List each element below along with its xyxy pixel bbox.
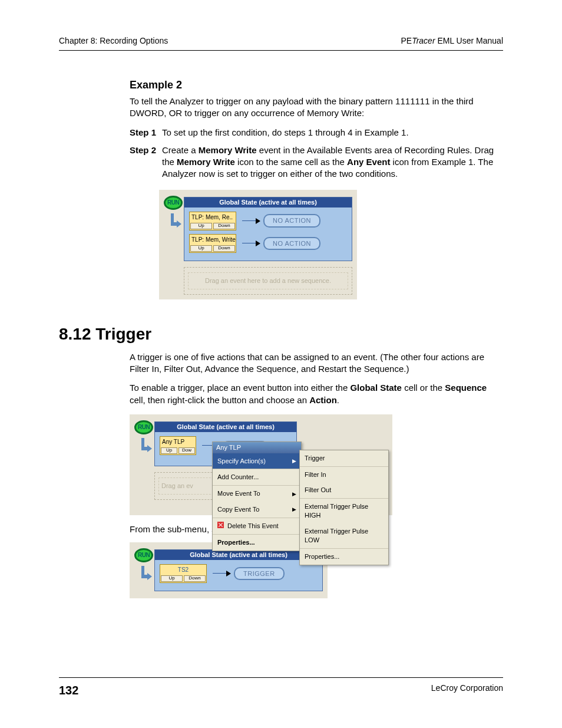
enter-arrow-icon	[141, 438, 152, 456]
step-2: Step 2 Create a Memory Write event in th…	[130, 144, 503, 180]
event-tile[interactable]: Any TLP Up Dow	[160, 436, 196, 455]
footer-corp: LeCroy Corporation	[431, 683, 503, 699]
section-p1: A trigger is one of five actions that ca…	[130, 351, 503, 375]
menu-item-properties[interactable]: Properties...	[213, 535, 301, 551]
menu-item-move-event[interactable]: Move Event To▶	[213, 486, 301, 502]
actions-submenu: Trigger Filter In Filter Out External Tr…	[299, 450, 389, 565]
connector-arrow-icon	[242, 243, 260, 243]
menu-item-specify-actions[interactable]: Specify Action(s)▶	[213, 453, 301, 469]
step-2-label: Step 2	[130, 144, 162, 180]
enter-arrow-icon	[141, 566, 152, 584]
event-row: TLP: Mem, Write Up Down NO ACTION	[189, 234, 347, 253]
global-state-panel: Global State (active at all times) TLP: …	[184, 197, 352, 261]
menu-item-add-counter[interactable]: Add Counter...	[213, 469, 301, 485]
up-button[interactable]: Up	[190, 223, 212, 229]
step-1-body: To set up the first condition, do steps …	[162, 127, 503, 139]
global-state-title: Global State (active at all times)	[184, 197, 352, 207]
context-menu-title: Any TLP	[213, 442, 301, 453]
event-tile[interactable]: TS2 Up Down	[160, 564, 207, 583]
submenu-item-properties[interactable]: Properties...	[300, 549, 388, 565]
run-badge: RUN	[134, 548, 153, 562]
section-body: A trigger is one of five actions that ca…	[59, 351, 503, 598]
down-button[interactable]: Down	[184, 575, 206, 582]
action-pill[interactable]: NO ACTION	[263, 237, 320, 251]
down-button[interactable]: Down	[213, 245, 235, 252]
enter-arrow-icon	[171, 213, 181, 231]
global-state-panel: Global State (active at all times) TS2 U…	[154, 549, 323, 591]
page-footer: 132 LeCroy Corporation	[59, 677, 503, 699]
example-heading: Example 2	[130, 78, 503, 92]
submenu-item-ext-trig-high[interactable]: External Trigger Pulse HIGH	[300, 499, 388, 523]
global-state-title: Global State (active at all times)	[155, 550, 322, 560]
up-button[interactable]: Up	[161, 575, 183, 582]
submenu-arrow-icon: ▶	[292, 506, 296, 513]
content-column: Example 2 To tell the Analyzer to trigge…	[59, 78, 503, 299]
submenu-item-filter-out[interactable]: Filter Out	[300, 482, 388, 498]
step-2-body: Create a Memory Write event in the Avail…	[162, 144, 503, 180]
submenu-item-trigger[interactable]: Trigger	[300, 450, 388, 466]
context-menu: Any TLP Specify Action(s)▶ Add Counter..…	[212, 442, 302, 551]
page-number: 132	[59, 683, 78, 699]
down-button[interactable]: Dow	[178, 447, 195, 454]
action-pill[interactable]: NO ACTION	[263, 214, 320, 228]
global-state-title: Global State (active at all times)	[155, 422, 296, 432]
section-p2: To enable a trigger, place an event butt…	[130, 382, 503, 406]
page-header: Chapter 8: Recording Options PETracer EM…	[59, 35, 503, 51]
step-1: Step 1 To set up the first condition, do…	[130, 127, 503, 139]
delete-icon	[217, 522, 224, 528]
action-pill-trigger[interactable]: TRIGGER	[234, 567, 285, 581]
event-tile[interactable]: TLP: Mem, Write Up Down	[189, 234, 236, 253]
down-button[interactable]: Down	[213, 223, 235, 229]
up-button[interactable]: Up	[190, 245, 212, 252]
submenu-item-ext-trig-low[interactable]: External Trigger Pulse LOW	[300, 523, 388, 548]
connector-arrow-icon	[242, 220, 260, 221]
sequence-dropzone[interactable]: Drag an event here to add a new sequence…	[184, 267, 352, 295]
section-heading: 8.12 Trigger	[59, 323, 503, 345]
run-badge: RUN	[164, 196, 183, 210]
figure-2: RUN Global State (active at all times) A…	[130, 414, 392, 515]
event-row: TS2 Up Down TRIGGER	[160, 564, 318, 583]
connector-arrow-icon	[213, 573, 230, 574]
event-row: TLP: Mem, Re.. Up Down NO ACTION	[189, 212, 347, 230]
run-badge: RUN	[134, 420, 153, 434]
up-button[interactable]: Up	[161, 447, 177, 454]
submenu-arrow-icon: ▶	[292, 490, 296, 498]
header-right: PETracer EML User Manual	[401, 35, 503, 47]
submenu-item-filter-in[interactable]: Filter In	[300, 467, 388, 483]
example-intro: To tell the Analyzer to trigger on any p…	[130, 95, 503, 120]
figure-1: RUN Global State (active at all times) T…	[159, 190, 357, 299]
menu-item-delete-event[interactable]: Delete This Event	[213, 518, 301, 534]
menu-item-copy-event[interactable]: Copy Event To▶	[213, 502, 301, 518]
event-tile[interactable]: TLP: Mem, Re.. Up Down	[189, 212, 236, 230]
submenu-arrow-icon: ▶	[292, 457, 296, 465]
step-1-label: Step 1	[130, 127, 162, 139]
header-left: Chapter 8: Recording Options	[59, 35, 168, 47]
